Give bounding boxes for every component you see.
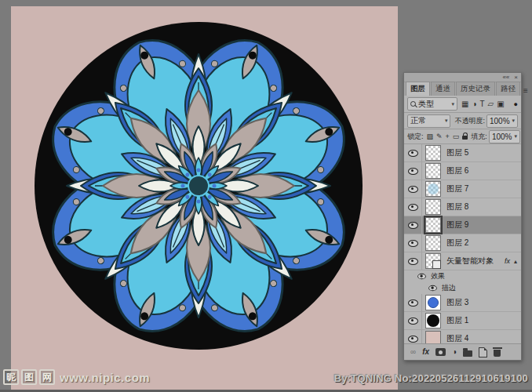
layer-thumbnail[interactable] [425, 253, 441, 269]
lock-icon-strip: ▨✎+▭ [427, 132, 468, 140]
layer-name: 图层 8 [446, 201, 468, 212]
layer-name: 图层 6 [446, 165, 468, 176]
fill-field[interactable]: 100% ▾ [489, 130, 520, 143]
layer-name: 描边 [442, 283, 456, 293]
visibility-toggle[interactable] [404, 312, 422, 329]
opacity-label: 不透明度: [454, 116, 485, 126]
layer-row[interactable]: 图层 1 [404, 312, 521, 330]
layer-effect-row[interactable]: 描边 [404, 282, 521, 294]
layer-style-icon[interactable]: fx [422, 348, 429, 356]
visibility-toggle[interactable] [404, 294, 422, 311]
lock-transparency-icon[interactable]: ▨ [427, 132, 434, 140]
close-panel-icon[interactable]: × [514, 74, 518, 82]
opacity-value: 100% [490, 117, 510, 125]
layer-thumbnail[interactable] [425, 181, 441, 197]
lock-all-icon[interactable] [462, 136, 468, 140]
link-layers-icon[interactable]: ∞ [410, 348, 416, 356]
watermark-logo-char: 图 [21, 369, 37, 385]
layer-thumbnail[interactable] [425, 331, 441, 343]
layer-filter-type-dropdown[interactable]: 类型 ▾ [407, 97, 457, 111]
chevron-down-icon: ▾ [451, 101, 454, 107]
layer-row[interactable]: 图层 5 [404, 144, 521, 162]
chevron-down-icon: ▾ [512, 118, 516, 124]
layer-row[interactable]: 图层 9 [404, 216, 521, 234]
nipic-watermark: 昵 图 网 www.nipic.com [3, 369, 150, 385]
eye-icon [408, 299, 418, 307]
eye-icon [408, 318, 418, 325]
layers-panel: «« × 图层通道历史记录路径≡ 类型 ▾ ▦◑T▱▣ ● 正常 ▾ 不透明度:… [403, 72, 522, 361]
eye-icon [408, 222, 418, 229]
layer-thumbnail[interactable] [425, 145, 441, 161]
eye-icon [408, 204, 418, 211]
layer-thumbnail[interactable] [425, 313, 441, 328]
visibility-toggle[interactable] [404, 252, 422, 270]
fx-badge: fx [505, 257, 510, 265]
layer-name: 矢量智能对象 [446, 256, 494, 267]
collapse-panel-icon[interactable]: «« [502, 74, 509, 82]
new-layer-icon[interactable] [479, 347, 487, 358]
visibility-toggle[interactable] [404, 216, 422, 234]
smart-object-filter-icon[interactable]: ▣ [497, 100, 504, 108]
layer-row[interactable]: 矢量智能对象fx▴ [404, 252, 521, 270]
add-mask-icon[interactable] [435, 348, 446, 356]
shape-filter-icon[interactable]: ▱ [488, 100, 494, 108]
mandala-artwork [11, 6, 398, 392]
layer-row[interactable]: 图层 4 [404, 330, 521, 343]
layer-thumbnail[interactable] [425, 163, 441, 179]
layer-effect-row[interactable]: 效果 [404, 270, 521, 282]
layer-row[interactable]: 图层 8 [404, 198, 521, 216]
lock-position-icon[interactable]: + [446, 132, 450, 140]
lock-pixels-icon[interactable]: ✎ [436, 132, 443, 140]
layer-row[interactable]: 图层 6 [404, 162, 521, 180]
layer-name: 图层 1 [446, 315, 468, 326]
panel-tabs: 图层通道历史记录路径≡ [404, 82, 521, 96]
layer-filter-row: 类型 ▾ ▦◑T▱▣ ● [404, 96, 521, 113]
eye-icon [408, 336, 418, 343]
panel-menu-icon[interactable]: ≡ [521, 86, 530, 96]
lock-label: 锁定: [407, 132, 424, 142]
type-filter-icon[interactable]: T [480, 100, 485, 108]
panel-footer: ∞fx◑ [404, 343, 521, 360]
watermark-logo-char: 网 [39, 369, 55, 385]
adjustment-filter-icon[interactable]: ◑ [472, 100, 476, 108]
visibility-toggle[interactable] [404, 234, 422, 252]
filter-icon-strip: ▦◑T▱▣ [461, 100, 505, 108]
blend-mode-row: 正常 ▾ 不透明度: 100% ▾ [404, 113, 521, 129]
eye-icon [417, 274, 426, 279]
visibility-toggle[interactable] [404, 180, 422, 198]
tab-3[interactable]: 路径 [496, 82, 520, 96]
credit-text: By:TQNING No:20220526112910619100 [334, 372, 528, 384]
layer-thumbnail[interactable] [425, 199, 441, 215]
pixel-filter-icon[interactable]: ▦ [461, 100, 468, 108]
visibility-toggle[interactable] [415, 270, 428, 282]
opacity-field[interactable]: 100% ▾ [486, 114, 518, 128]
fill-value: 100% [492, 132, 512, 141]
visibility-toggle[interactable] [404, 198, 422, 216]
filter-toggle-icon[interactable]: ● [514, 100, 518, 108]
tab-1[interactable]: 通道 [431, 82, 455, 96]
layer-row[interactable]: 图层 3 [404, 294, 521, 312]
eye-icon [428, 285, 437, 291]
collapse-effects-icon[interactable]: ▴ [514, 258, 517, 265]
lock-artboard-icon[interactable]: ▭ [453, 132, 460, 140]
layer-thumbnail[interactable] [425, 235, 441, 251]
tab-2[interactable]: 历史记录 [456, 82, 495, 96]
layer-row[interactable]: 图层 2 [404, 234, 521, 252]
visibility-toggle[interactable] [404, 330, 422, 343]
layer-name: 图层 4 [446, 333, 468, 343]
layer-thumbnail[interactable] [425, 295, 441, 310]
eye-icon [408, 240, 418, 247]
canvas-area [11, 6, 398, 392]
adjustment-layer-icon[interactable]: ◑ [452, 348, 457, 356]
delete-layer-icon[interactable] [494, 350, 501, 357]
layer-row[interactable]: 图层 7 [404, 180, 521, 198]
tab-0[interactable]: 图层 [406, 82, 430, 96]
visibility-toggle[interactable] [404, 144, 422, 162]
layer-name: 图层 7 [446, 183, 468, 194]
blend-mode-dropdown[interactable]: 正常 ▾ [407, 114, 450, 128]
visibility-toggle[interactable] [404, 162, 422, 180]
layer-thumbnail[interactable] [425, 217, 441, 233]
new-group-icon[interactable] [463, 350, 472, 357]
eye-icon [408, 150, 418, 157]
visibility-toggle[interactable] [426, 282, 439, 294]
